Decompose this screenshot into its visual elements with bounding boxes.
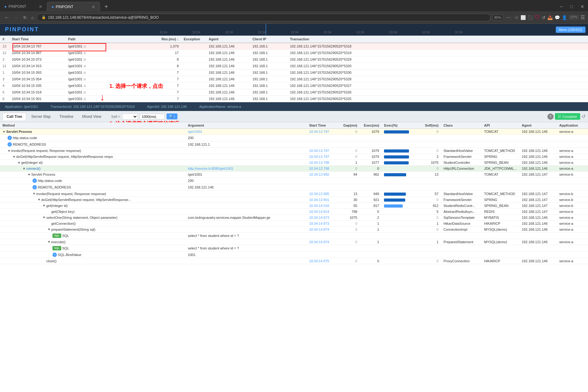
- tab-active[interactable]: ● PINPOINT ✕: [47, 2, 100, 11]
- transaction-row[interactable]: 4 10/04 10:34:15 035 /get/1001 ⊞ 7 192.1…: [0, 83, 588, 89]
- ct-cell-api: SPRING_BEAN: [481, 160, 519, 166]
- call-tree-row[interactable]: SQL SQL select * from student where id =…: [0, 232, 588, 239]
- expand-icon[interactable]: ▼: [47, 228, 51, 231]
- transaction-row[interactable]: 5 10/04 10:34:15 018 /get/1001 ⊞ 7 192.1…: [0, 89, 588, 96]
- transaction-row[interactable]: 6 10/04 10:34:15 001 /get/1001 ⊞ 7 192.1…: [0, 96, 588, 102]
- expand-icon[interactable]: ▼: [7, 149, 11, 153]
- tab-mixed-view[interactable]: Mixed View: [78, 113, 105, 120]
- search-button[interactable]: 🔍↓: [167, 113, 178, 119]
- expand-icon[interactable]: ▼: [27, 173, 31, 176]
- expand-icon[interactable]: ▼: [42, 216, 46, 219]
- cell-transaction: 192.168.121.146^1570156290520^5326: [287, 89, 588, 96]
- call-tree-row[interactable]: get(Object key) 10:34:14 814 798 5 5 Abs…: [0, 209, 588, 214]
- help-button[interactable]: ?: [547, 113, 554, 120]
- bookmark-icon[interactable]: ☆: [514, 14, 519, 20]
- time-value-input[interactable]: [140, 114, 165, 119]
- tab-timeline[interactable]: Timeline: [56, 113, 77, 120]
- ct-cell-class: PreparedStatement: [441, 239, 481, 245]
- tab-inactive[interactable]: ● PINPOINT ✕: [0, 2, 47, 11]
- call-tree-row[interactable]: ▼ execute() 10:34:14 874 0 1 1 PreparedS…: [0, 239, 588, 245]
- transaction-row[interactable]: 1 10/04 10:34:15 093 /get/1001 ⊞ 7 192.1…: [0, 69, 588, 76]
- cell-exception: [181, 89, 206, 96]
- profile-icon[interactable]: 👤: [562, 15, 567, 20]
- call-tree-row[interactable]: getConnection() 10:34:14 873 0 1 1 Hikar…: [0, 220, 588, 226]
- ct-cell-application: [557, 232, 588, 239]
- address-bar[interactable]: 🔒 192.168.121.148:8079/#/transactionList…: [37, 14, 491, 21]
- call-tree-row[interactable]: ▼ get(Integer id) 10:34:13 798 1 1077 10…: [0, 160, 588, 166]
- sync-icon[interactable]: ↺: [542, 15, 546, 20]
- ct-cell-api: [481, 184, 519, 191]
- ct-cell-application: service-a: [557, 154, 588, 160]
- call-tree-table-wrapper[interactable]: Method Argument Start Time Gap(ms) Exec(…: [0, 122, 588, 392]
- call-tree-row[interactable]: ▼ connect() http://service-b:8080/get/10…: [0, 166, 588, 172]
- more-button[interactable]: More (100/422): [556, 27, 586, 33]
- call-tree-row[interactable]: close() 10:34:14 875 0 0 0 ProxyConnecti…: [0, 258, 588, 264]
- call-tree-row[interactable]: i http.status.code 200: [0, 135, 588, 141]
- ct-cell-start-time: 10:34:14 873: [306, 214, 338, 220]
- expand-icon[interactable]: ▼: [2, 130, 6, 133]
- method-name: close(): [46, 259, 57, 263]
- expand-icon[interactable]: ▼: [22, 167, 26, 170]
- transaction-row[interactable]: 12 10/04 10:34:14 887 /get/1001 ⊞ 17 192…: [0, 50, 588, 56]
- ct-cell-start-time: [306, 245, 338, 251]
- call-tree-row[interactable]: ▼ get(Integer id) 10:34:14 016 55 817 81…: [0, 203, 588, 209]
- expand-icon[interactable]: ▼: [17, 161, 21, 164]
- expand-icon[interactable]: ▼: [47, 240, 51, 244]
- ct-cell-application: [557, 184, 588, 191]
- ct-cell-self: 0: [419, 258, 441, 264]
- call-tree-row[interactable]: ▼ Servlet Process /get/1001 10:34:13 797…: [0, 129, 588, 135]
- transaction-row[interactable]: 11 10/04 10:34:14 915 /get/1001 ⊞ 8 192.…: [0, 63, 588, 69]
- ct-cell-self: 13: [419, 172, 441, 178]
- call-tree-row[interactable]: i REMOTE_ADDRESS 192.168.121.146: [0, 184, 588, 191]
- close-window-button[interactable]: ✕: [577, 2, 588, 11]
- ct-cell-exec-pct: [381, 232, 419, 239]
- ct-cell-agent: 192.168.121.146: [519, 160, 557, 166]
- shield-icon[interactable]: 🛡: [535, 15, 540, 20]
- complete-button[interactable]: ☑ Complete: [555, 113, 580, 120]
- expand-icon[interactable]: ▼: [32, 192, 36, 195]
- menu-icon[interactable]: ☰: [581, 14, 585, 20]
- expand-icon[interactable]: ▼: [12, 155, 16, 158]
- call-tree-row[interactable]: ▼ doGet(HttpServletRequest request, Http…: [0, 197, 588, 203]
- tab-close-2[interactable]: ✕: [92, 4, 95, 9]
- refresh-button[interactable]: ↺: [581, 113, 586, 119]
- call-tree-row[interactable]: SQL SQL select * from student where id =…: [0, 245, 588, 251]
- ct-cell-application: service-a: [557, 160, 588, 166]
- extensions-icon[interactable]: ⬜: [521, 15, 526, 20]
- share-icon[interactable]: 📤: [547, 15, 553, 20]
- call-tree-row[interactable]: i SQL-BindValue 1001: [0, 251, 588, 258]
- back-button[interactable]: ←: [3, 13, 11, 22]
- tab-call-tree[interactable]: Call Tree: [2, 113, 26, 120]
- call-tree-row[interactable]: ▼ prepareStatement(String sql) 10:34:14 …: [0, 226, 588, 232]
- home-button[interactable]: ⌂: [30, 14, 35, 21]
- minimize-button[interactable]: ─: [556, 2, 567, 11]
- more-options-icon[interactable]: ⋯: [505, 13, 512, 22]
- method-name: REMOTE_ADDRESS: [13, 143, 46, 146]
- self-operator-select[interactable]: >= <= =: [122, 113, 138, 120]
- reload-button[interactable]: ↻: [22, 14, 28, 21]
- new-tab-button[interactable]: +: [100, 2, 112, 11]
- transaction-row[interactable]: 13 10/04 10:34:13 797 /get/1001 ⊞ 1,079 …: [0, 43, 588, 50]
- expand-icon[interactable]: ▼: [42, 204, 46, 207]
- tab-server-map[interactable]: Server Map: [27, 113, 54, 120]
- call-tree-row[interactable]: ▼ doGet(HttpServletRequest request, Http…: [0, 154, 588, 160]
- ct-cell-start-time: 10:34:13 905: [306, 191, 338, 197]
- transaction-row[interactable]: 3 10/04 10:34:15 054 /get/1001 ⊞ 7 192.1…: [0, 76, 588, 83]
- call-tree-row[interactable]: i REMOTE_ADDRESS 192.168.121.1: [0, 141, 588, 148]
- tab-close-1[interactable]: ✕: [39, 4, 42, 9]
- forward-button[interactable]: →: [12, 13, 20, 22]
- call-tree-row[interactable]: ▼ selectOne(String statement, Object par…: [0, 214, 588, 220]
- call-tree-row[interactable]: ▼ invoke(Request request, Response respo…: [0, 148, 588, 154]
- ct-cell-agent: 192.168.121.147: [519, 197, 557, 203]
- call-tree-row[interactable]: i http.status.code 200: [0, 178, 588, 184]
- call-tree-row[interactable]: ▼ Servlet Process /get/1001 10:34:13 892…: [0, 172, 588, 178]
- call-tree-row[interactable]: ▼ invoke(Request request, Response respo…: [0, 191, 588, 197]
- ct-cell-agent: [519, 245, 557, 251]
- transaction-row[interactable]: 2 10/04 10:34:15 073 /get/1001 ⊞ 8 192.1…: [0, 56, 588, 63]
- expand-icon[interactable]: ▼: [37, 198, 41, 201]
- chat-icon[interactable]: 💬: [555, 15, 560, 20]
- tab-groups-icon[interactable]: ⬛: [528, 15, 533, 20]
- maximize-button[interactable]: □: [567, 2, 577, 11]
- method-name: REMOTE_ADDRESS: [38, 185, 71, 189]
- ct-cell-exec: [360, 178, 381, 184]
